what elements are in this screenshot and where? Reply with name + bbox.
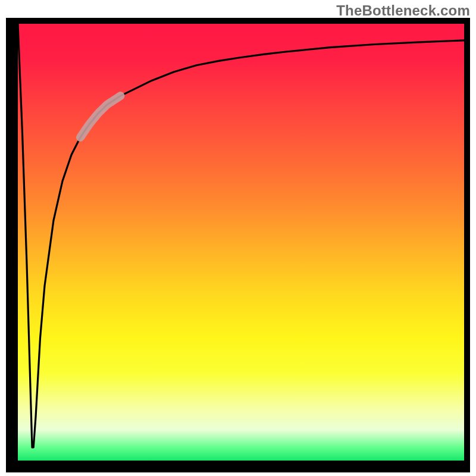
bottleneck-curve-line (18, 24, 464, 447)
chart-frame (6, 18, 470, 472)
watermark-text: TheBottleneck.com (336, 2, 470, 19)
chart-stage: TheBottleneck.com (0, 0, 476, 476)
chart-plot-area (18, 24, 464, 461)
chart-curve-svg (18, 24, 464, 461)
highlight-segment (80, 96, 121, 137)
